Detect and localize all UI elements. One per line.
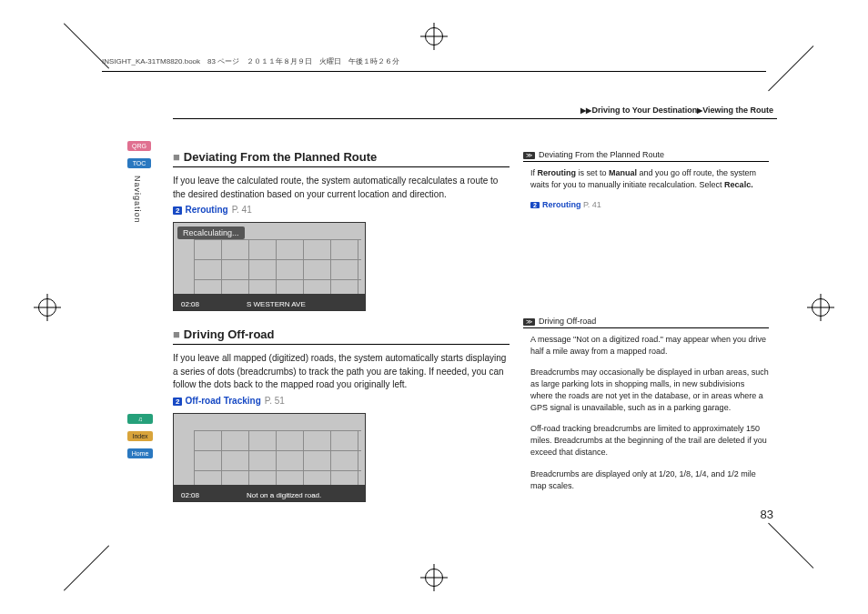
note-icon: ≫ (523, 152, 535, 159)
tab-qrg[interactable]: QRG (127, 141, 151, 151)
sidebar-notes: ≫Deviating From the Planned Route If Rer… (523, 150, 769, 501)
map-time: 02:08 (181, 300, 199, 308)
side-note-p4: Breadcrumbs are displayed only at 1/20, … (530, 468, 769, 492)
xref-offroad-tracking[interactable]: 2Off-road TrackingP. 51 (173, 396, 510, 406)
heading-text: Deviating From the Planned Route (184, 150, 377, 164)
side-note-p2: Breadcrumbs may occasionally be displaye… (530, 367, 769, 414)
xref-page: P. 41 (583, 200, 601, 209)
side-heading-text: Driving Off-road (539, 317, 596, 326)
crop-diagonal (64, 545, 109, 590)
map-time: 02:08 (181, 491, 199, 499)
registration-mark (425, 569, 443, 587)
registration-mark (425, 27, 443, 45)
side-tabs-top: QRG TOC Navigation (127, 141, 151, 224)
tab-index[interactable]: Index (127, 431, 153, 441)
map-screenshot-offroad: 02:08 Not on a digitized road. (173, 413, 366, 502)
side-heading-text: Deviating From the Planned Route (539, 150, 664, 159)
heading-marker-icon: ■ (173, 150, 180, 164)
xref-icon: 2 (173, 206, 182, 215)
registration-mark (812, 298, 830, 317)
heading-offroad: ■Driving Off-road (173, 327, 510, 345)
side-note-p1: A message "Not on a digitized road." may… (530, 334, 769, 357)
side-note-p3: Off-road tracking breadcrumbs are limite… (530, 423, 769, 458)
xref-icon: 2 (173, 398, 182, 406)
tab-voice[interactable]: ♫ (127, 414, 153, 424)
registration-mark (38, 298, 56, 317)
heading-text: Driving Off-road (184, 327, 275, 341)
crop-diagonal (768, 45, 813, 91)
breadcrumb: ▶▶Driving to Your Destination▶Viewing th… (580, 106, 773, 115)
xref-label: Rerouting (542, 200, 581, 209)
heading-marker-icon: ■ (173, 327, 180, 341)
section-label-navigation: Navigation (133, 176, 142, 224)
main-column: ■Deviating From the Planned Route If you… (173, 150, 510, 518)
breadcrumb-arrow-icon: ▶▶ (580, 106, 591, 115)
printer-header: INSIGHT_KA-31TM8820.book 83 ページ ２０１１年８月９… (102, 56, 399, 66)
body-offroad: If you leave all mapped (digitized) road… (173, 352, 510, 392)
note-icon: ≫ (523, 318, 535, 326)
xref-rerouting[interactable]: 2ReroutingP. 41 (173, 205, 510, 215)
breadcrumb-page: Viewing the Route (702, 106, 773, 115)
xref-page: P. 51 (265, 396, 285, 406)
header-rule (102, 71, 766, 72)
side-tabs-bottom: ♫ Index Home (127, 414, 153, 466)
map-banner: Recalculating... (177, 226, 245, 239)
xref-label: Off-road Tracking (185, 396, 260, 406)
map-street: S WESTERN AVE (247, 300, 306, 308)
breadcrumb-section: Driving to Your Destination (591, 106, 697, 115)
xref-page: P. 41 (232, 205, 252, 215)
heading-deviating: ■Deviating From the Planned Route (173, 150, 510, 167)
side-heading-offroad: ≫Driving Off-road (523, 317, 769, 328)
title-rule (173, 118, 777, 119)
side-xref-rerouting[interactable]: 2Rerouting P. 41 (530, 200, 769, 209)
crop-diagonal (768, 523, 813, 569)
xref-label: Rerouting (185, 205, 227, 215)
map-message: Not on a digitized road. (247, 491, 321, 499)
xref-icon: 2 (530, 202, 540, 208)
map-screenshot-recalculating: Recalculating... 02:08 S WESTERN AVE (173, 222, 366, 311)
body-deviating: If you leave the calculated route, the s… (173, 175, 510, 201)
tab-home[interactable]: Home (127, 448, 153, 458)
side-heading-deviating: ≫Deviating From the Planned Route (523, 150, 769, 162)
page-number: 83 (761, 508, 773, 521)
tab-toc[interactable]: TOC (127, 158, 151, 168)
side-body-deviating: If Rerouting is set to Manual and you go… (530, 167, 769, 191)
